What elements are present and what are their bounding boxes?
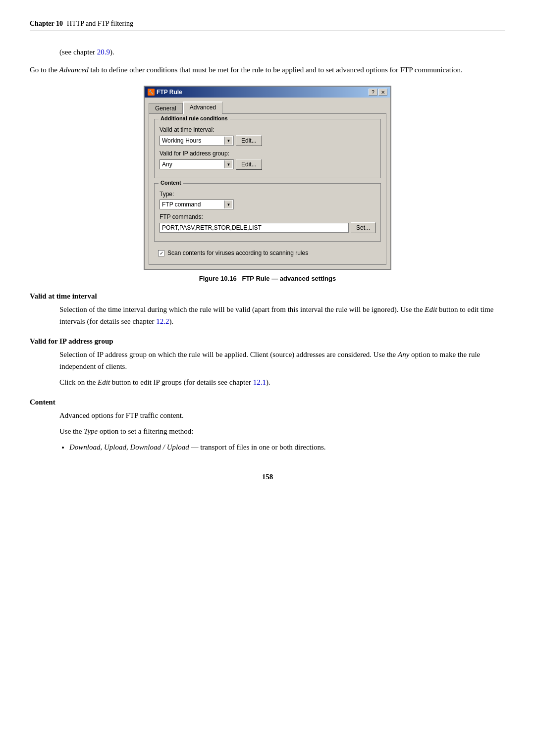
dialog-body: General Advanced Additional rule conditi…	[145, 98, 390, 269]
ip-group-arrow: ▼	[224, 160, 232, 168]
section1-heading: Valid at time interval	[30, 292, 505, 301]
bullet-list: Download, Upload, Download / Upload — tr…	[69, 441, 505, 453]
intro-paragraph: (see chapter 20.9).	[59, 46, 505, 58]
tab-advanced[interactable]: Advanced	[183, 101, 222, 114]
chapter-number: Chapter 10	[30, 20, 63, 28]
type-arrow: ▼	[224, 201, 232, 208]
titlebar-left: 🔧 FTP Rule	[148, 89, 182, 96]
chapter-title: HTTP and FTP filtering	[67, 20, 133, 28]
edit-time-interval-button[interactable]: Edit...	[236, 135, 262, 146]
ftp-commands-row: PORT,PASV,RETR,STOR,DELE,LIST Set...	[160, 222, 375, 233]
ip-group-select[interactable]: Any ▼	[160, 159, 234, 169]
time-interval-select[interactable]: Working Hours ▼	[160, 136, 234, 146]
type-label: Type:	[160, 191, 375, 198]
section2-text2: Click on the Edit button to edit IP grou…	[59, 376, 505, 388]
bullet-item-1: Download, Upload, Download / Upload — tr…	[69, 441, 505, 453]
dialog-window: 🔧 FTP Rule ? ✕ General Advanced Addit	[144, 86, 391, 270]
section3-text2: Use the Type option to set a filtering m…	[59, 425, 505, 437]
dialog-container: 🔧 FTP Rule ? ✕ General Advanced Addit	[30, 86, 505, 270]
dialog-titlebar: 🔧 FTP Rule ? ✕	[145, 87, 390, 98]
checkbox-row: ✓ Scan contents for viruses according to…	[154, 247, 381, 259]
dialog-title: FTP Rule	[157, 89, 182, 96]
link-chapter-121[interactable]: 12.1	[253, 378, 266, 386]
page-number: 158	[30, 473, 505, 481]
scan-checkbox[interactable]: ✓	[158, 250, 164, 256]
figure-caption: Figure 10.16 FTP Rule — advanced setting…	[30, 275, 505, 282]
dialog-close-button[interactable]: ✕	[378, 89, 387, 96]
ip-group-label: Valid for IP address group:	[160, 150, 375, 157]
section3-text1: Advanced options for FTP traffic content…	[59, 409, 505, 421]
dialog-help-button[interactable]: ?	[369, 89, 377, 96]
ftp-commands-label: FTP commands:	[160, 213, 375, 220]
type-row: FTP command ▼	[160, 200, 375, 209]
ftp-commands-value: PORT,PASV,RETR,STOR,DELE,LIST	[162, 224, 262, 231]
time-interval-label: Valid at time interval:	[160, 126, 375, 133]
intro-text: (see chapter	[59, 48, 97, 56]
dialog-controls: ? ✕	[369, 89, 387, 96]
section2-heading: Valid for IP address group	[30, 337, 505, 346]
figure-description: FTP Rule — advanced settings	[242, 275, 336, 282]
dialog-app-icon: 🔧	[148, 89, 155, 96]
set-button[interactable]: Set...	[351, 222, 375, 233]
intro-end: ).	[110, 48, 114, 56]
time-interval-value: Working Hours	[161, 137, 224, 144]
fieldset-content: Content Type: FTP command ▼ FTP commands…	[154, 183, 381, 242]
time-interval-row: Working Hours ▼ Edit...	[160, 135, 375, 146]
type-value: FTP command	[161, 201, 224, 208]
checkbox-check: ✓	[160, 251, 163, 256]
paragraph1: Go to the Advanced tab to define other c…	[30, 64, 505, 76]
type-select[interactable]: FTP command ▼	[160, 200, 234, 209]
tab-content: Additional rule conditions Valid at time…	[149, 113, 386, 265]
fieldset-additional: Additional rule conditions Valid at time…	[154, 119, 381, 178]
link-chapter-122[interactable]: 12.2	[156, 317, 169, 325]
tab-general[interactable]: General	[149, 103, 183, 113]
ip-group-row: Any ▼ Edit...	[160, 159, 375, 170]
figure-label: Figure 10.16	[199, 275, 237, 282]
ip-group-value: Any	[161, 161, 224, 168]
section3-heading: Content	[30, 398, 505, 406]
link-chapter-209[interactable]: 20.9	[97, 48, 110, 56]
chapter-header: Chapter 10 HTTP and FTP filtering	[30, 20, 505, 31]
fieldset-additional-legend: Additional rule conditions	[159, 115, 230, 121]
section2-text1: Selection of IP address group on which t…	[59, 349, 505, 372]
scan-label: Scan contents for viruses according to s…	[167, 250, 308, 256]
fieldset-content-legend: Content	[159, 180, 183, 186]
edit-ip-group-button[interactable]: Edit...	[236, 159, 262, 170]
section1-text1: Selection of the time interval during wh…	[59, 303, 505, 327]
ftp-commands-input[interactable]: PORT,PASV,RETR,STOR,DELE,LIST	[160, 223, 349, 233]
time-interval-arrow: ▼	[224, 137, 232, 145]
tab-row: General Advanced	[149, 101, 386, 113]
